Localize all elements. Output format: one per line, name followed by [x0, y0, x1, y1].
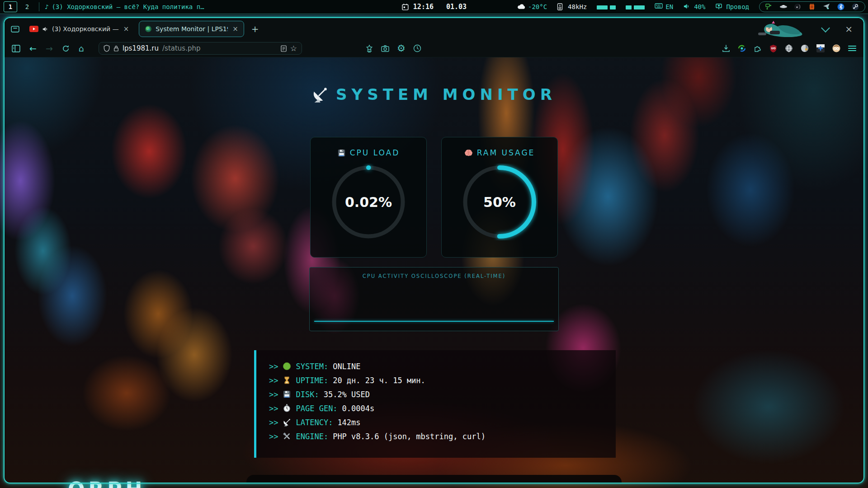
clock-date: 01.03: [446, 3, 467, 11]
workspace-1[interactable]: 1: [4, 1, 17, 12]
ufo-icon[interactable]: [779, 3, 787, 11]
network-manager-icon[interactable]: [765, 3, 773, 11]
home-icon[interactable]: ⌂: [79, 44, 84, 53]
cloud-icon: [517, 3, 525, 11]
tab-youtube[interactable]: (3) Ходорковский — ×: [24, 21, 134, 37]
status-label: UPTIME:: [296, 376, 328, 385]
moon-icon[interactable]: [794, 3, 802, 11]
back-icon[interactable]: ←: [29, 44, 37, 53]
card-label: RAM USAGE: [477, 148, 535, 157]
oscilloscope-trace: [314, 321, 554, 322]
volume-widget[interactable]: 40%: [683, 3, 705, 11]
page-viewport: SYSTEM MONITOR CPU LOAD 0.02%: [5, 57, 863, 483]
tab-system-monitor[interactable]: System Monitor | LPS19 ×: [139, 21, 244, 37]
forward-icon[interactable]: →: [46, 44, 53, 53]
now-playing[interactable]: ♪ (3) Ходорковский — всё? Куда политика …: [45, 3, 204, 10]
network-widget[interactable]: Провод: [715, 3, 749, 11]
stopwatch-icon: [283, 404, 291, 413]
workspace-2[interactable]: 2: [21, 2, 33, 12]
status-value: 35.2% USED: [324, 390, 370, 399]
page-title-row: SYSTEM MONITOR: [5, 85, 863, 103]
satellite-dish-icon: [311, 86, 329, 103]
privacy-moon-icon[interactable]: [801, 44, 809, 52]
clock: 12:16 01.03: [401, 3, 467, 11]
plus-extension-icon[interactable]: [816, 44, 825, 52]
reader-mode-icon[interactable]: [281, 45, 287, 52]
status-terminal: >> SYSTEM: ONLINE >> UPTIME: 20 дн. 23 ч…: [254, 350, 616, 458]
prompt: >>: [269, 418, 278, 427]
menu-icon[interactable]: [848, 46, 856, 51]
prompt: >>: [269, 376, 278, 385]
status-label: PAGE GEN:: [296, 404, 337, 413]
prompt: >>: [269, 362, 278, 371]
chip-icon[interactable]: [808, 3, 816, 11]
tab-title: System Monitor | LPS19: [156, 25, 228, 33]
system-status-bar: 1 2 ♪ (3) Ходорковский — всё? Куда полит…: [0, 0, 868, 14]
hourglass-icon: [283, 376, 291, 385]
floppy-disk-icon: [283, 390, 291, 399]
status-line-engine: >> ENGINE: PHP v8.3.6 (json, mbstring, c…: [269, 429, 616, 443]
card-label: CPU LOAD: [350, 148, 400, 157]
tab-close-icon[interactable]: ×: [123, 25, 129, 33]
network-label: Провод: [726, 3, 749, 10]
cpu-gauge: 0.02%: [330, 164, 407, 240]
puzzle-icon[interactable]: [754, 44, 762, 52]
globe-icon[interactable]: [785, 44, 793, 52]
chevron-down-icon[interactable]: [821, 23, 830, 33]
new-tab-button[interactable]: +: [251, 23, 259, 34]
audio-rate-widget: 48kHz: [557, 3, 587, 11]
sidebar-toggle-icon[interactable]: [12, 45, 20, 52]
url-domain: lps1981.ru: [123, 44, 159, 52]
status-line-uptime: >> UPTIME: 20 дн. 23 ч. 15 мин.: [269, 373, 616, 387]
bookmark-star-icon[interactable]: ☆: [290, 44, 297, 53]
download-icon[interactable]: [722, 44, 730, 52]
ram-gauge: 50%: [461, 164, 538, 240]
window-close-icon[interactable]: ×: [845, 23, 853, 34]
steam-icon[interactable]: [852, 3, 859, 11]
weather-temp: -20°C: [528, 3, 547, 10]
oscilloscope-title: CPU ACTIVITY OSCILLOSCOPE (REAL-TIME): [310, 273, 558, 279]
status-value: 142ms: [337, 418, 360, 427]
audio-meter-right: [626, 4, 645, 9]
url-path: /status.php: [162, 44, 200, 52]
profile-avatar-icon[interactable]: [832, 44, 840, 52]
bookmark-tray-icon[interactable]: [365, 44, 373, 52]
status-value: ONLINE: [333, 362, 360, 371]
tab-manager-icon[interactable]: [11, 25, 19, 33]
gear-icon[interactable]: ⚙: [397, 44, 406, 53]
status-line-latency: >> LATENCY: 142ms: [269, 415, 616, 429]
speaker-icon: [683, 3, 691, 11]
green-circle-icon: [283, 362, 291, 371]
lock-icon[interactable]: [113, 45, 119, 52]
keyboard-icon: [655, 3, 662, 11]
url-bar[interactable]: lps1981.ru/status.php ☆: [99, 42, 302, 55]
volume-value: 40%: [694, 3, 705, 10]
ethernet-icon: [715, 3, 723, 11]
refresh-icon[interactable]: [62, 45, 70, 52]
ublock-icon[interactable]: UO: [769, 44, 777, 53]
status-label: LATENCY:: [296, 418, 333, 427]
status-label: SYSTEM:: [296, 362, 328, 371]
satellite-dish-icon: [283, 418, 291, 427]
svg-text:UO: UO: [771, 47, 775, 50]
cpu-gauge-value: 0.02%: [330, 164, 407, 240]
card-title-row: RAM USAGE: [442, 148, 557, 157]
now-playing-title: (3) Ходорковский — всё? Куда политика п…: [52, 3, 204, 10]
bluetooth-icon[interactable]: [837, 3, 845, 11]
keyboard-layout[interactable]: EN: [655, 3, 673, 11]
speaker-box-icon: [557, 3, 565, 11]
camera-icon[interactable]: [381, 45, 389, 52]
status-line-disk: >> DISK: 35.2% USED: [269, 387, 616, 401]
oscilloscope-panel: CPU ACTIVITY OSCILLOSCOPE (REAL-TIME): [309, 267, 559, 331]
history-clock-icon[interactable]: [413, 44, 421, 52]
clock-time: 12:16: [413, 3, 434, 11]
paper-plane-icon[interactable]: [823, 3, 830, 11]
status-label: DISK:: [296, 390, 319, 399]
tab-close-icon[interactable]: ×: [232, 25, 238, 33]
browser-window: (3) Ходорковский — × System Monitor | LP…: [4, 17, 864, 483]
tab-title: (3) Ходорковский —: [52, 25, 119, 33]
status-label: ENGINE:: [296, 432, 328, 441]
tab-audio-icon[interactable]: [42, 26, 48, 32]
eye-extension-icon[interactable]: [738, 44, 746, 52]
shield-icon[interactable]: [104, 45, 110, 52]
